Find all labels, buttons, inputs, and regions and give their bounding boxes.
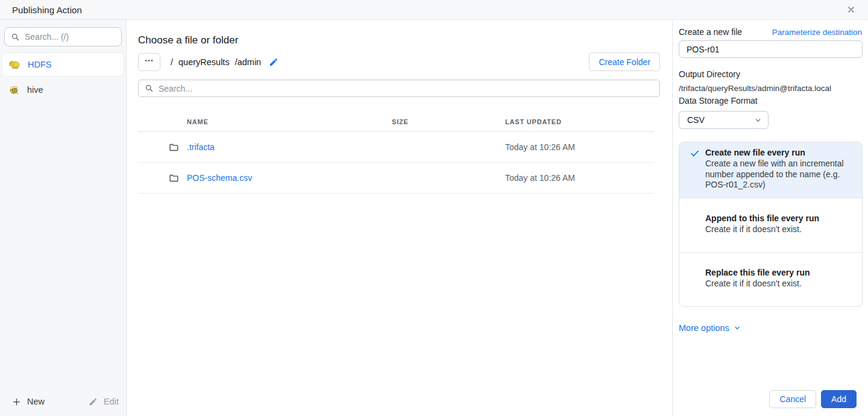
write-options-group: Create new file every run Create a new f… [679,142,863,307]
folder-icon [138,142,187,153]
hadoop-elephant-icon [8,58,20,71]
output-directory-value: /trifacta/queryResults/admin@trifacta.lo… [679,84,862,93]
connections-sidebar: HDFS hive New [0,20,127,416]
new-button-label: New [27,397,45,406]
breadcrumb: ••• / queryResults /admin Create Folder [138,52,660,71]
sidebar-item-label: HDFS [28,60,51,69]
option-title: Create new file every run [705,148,852,158]
breadcrumb-segment-queryresults[interactable]: queryResults [178,57,230,67]
option-replace-file[interactable]: Replace this file every run Create it if… [679,252,862,306]
chevron-down-icon [754,116,762,124]
close-icon[interactable] [846,5,856,14]
check-icon [690,148,700,159]
file-search[interactable] [138,80,660,97]
chevron-down-icon [734,324,741,332]
column-header-name: NAME [187,118,392,125]
edit-path-pencil-icon[interactable] [269,57,278,67]
file-last-updated: Today at 10:26 AM [505,142,654,152]
search-icon [145,84,154,93]
format-select[interactable]: CSV [679,111,769,129]
format-select-value: CSV [687,115,754,125]
create-file-label: Create a new file [679,27,742,37]
sidebar-search-input[interactable] [25,32,134,42]
search-icon [11,33,20,42]
file-name-link[interactable]: POS-schema.csv [187,173,392,183]
file-browser-panel: Choose a file or folder ••• / queryResul… [127,20,672,416]
table-row[interactable]: .trifacta Today at 10:26 AM [138,132,654,163]
create-folder-button[interactable]: Create Folder [589,52,660,71]
option-title: Replace this file every run [705,268,852,278]
file-name-link[interactable]: .trifacta [187,142,392,152]
folder-icon [138,173,187,183]
sidebar-item-label: hive [27,85,43,95]
parameterize-destination-link[interactable]: Parameterize destination [772,28,862,37]
file-last-updated: Today at 10:26 AM [505,173,654,183]
sidebar-item-hive[interactable]: hive [2,78,124,101]
table-header-row: NAME SIZE LAST UPDATED [138,112,654,132]
sidebar-footer: New Edit [0,387,126,416]
edit-connection-button[interactable]: Edit [89,397,119,406]
dialog-footer: Cancel Add [769,390,857,408]
column-header-last-updated: LAST UPDATED [505,118,654,125]
hive-bee-icon [8,84,20,96]
section-heading: Choose a file or folder [138,34,660,46]
option-description: Create a new file with an incremental nu… [705,159,852,191]
sidebar-item-hdfs[interactable]: HDFS [2,53,124,76]
breadcrumb-root-separator: / [171,57,173,67]
option-append-file[interactable]: Append to this file every run Create it … [679,198,862,252]
dialog-titlebar: Publishing Action [0,0,868,20]
option-create-new-file[interactable]: Create new file every run Create a new f… [679,142,862,198]
sidebar-search[interactable] [4,27,122,46]
cancel-button[interactable]: Cancel [769,390,816,408]
option-description: Create it if it doesn't exist. [705,224,852,235]
table-row[interactable]: POS-schema.csv Today at 10:26 AM [138,163,654,194]
column-header-size: SIZE [392,118,505,125]
data-storage-format-label: Data Storage Format [679,96,862,106]
publish-settings-panel: Create a new file Parameterize destinati… [672,20,868,416]
option-description: Create it if it doesn't exist. [705,279,852,289]
new-connection-button[interactable]: New [12,397,45,406]
more-options-link[interactable]: More options [679,323,741,333]
option-title: Append to this file every run [705,213,852,224]
breadcrumb-ellipsis-button[interactable]: ••• [138,53,160,71]
filename-input[interactable] [679,40,863,58]
plus-icon [12,397,21,406]
add-button[interactable]: Add [821,390,857,408]
file-table: NAME SIZE LAST UPDATED .trifacta Today a… [138,112,654,194]
file-search-input[interactable] [159,84,653,93]
pencil-icon [89,397,98,406]
page-title: Publishing Action [12,5,82,15]
breadcrumb-segment-admin[interactable]: /admin [235,57,262,67]
more-options-label: More options [679,323,729,333]
output-directory-label: Output Directory [679,69,862,79]
edit-button-label: Edit [104,397,119,406]
